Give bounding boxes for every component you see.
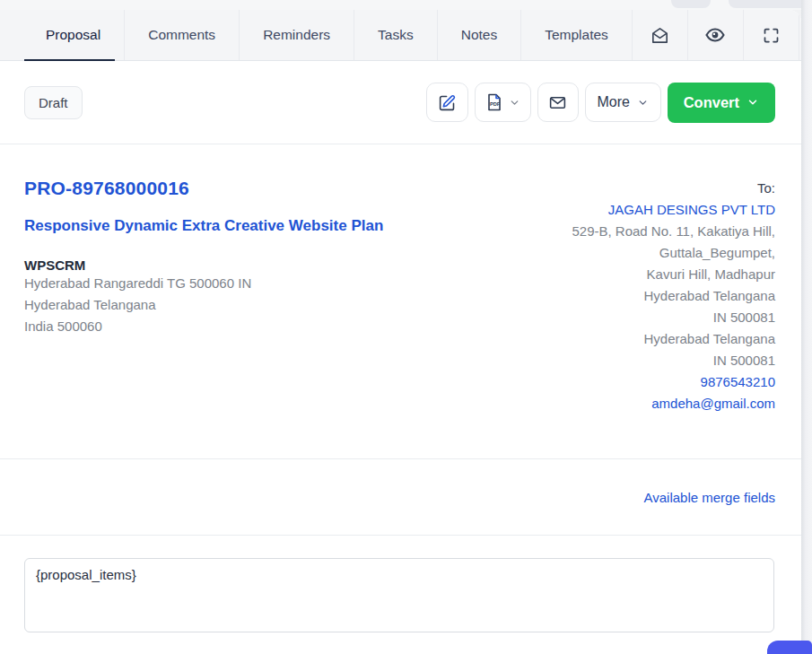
proposal-card: Proposal Comments Reminders Tasks Notes … [0, 10, 801, 654]
cutoff-element [729, 0, 808, 8]
tab-notes[interactable]: Notes [438, 10, 522, 60]
from-block: PRO-89768000016 Responsive Dynamic Extra… [24, 178, 419, 458]
editor-row: {proposal_items} [0, 536, 801, 636]
company-address-line: Hyderabad Rangareddi TG 500060 IN [24, 273, 419, 294]
preview-tab[interactable] [688, 10, 744, 60]
send-email-tab[interactable] [633, 10, 688, 60]
proposal-items-textarea[interactable]: {proposal_items} [24, 558, 774, 632]
status-actions-row: Draft PDF [0, 61, 801, 144]
recipient-address-line: IN 500081 [572, 307, 775, 328]
recipient-name[interactable]: JAGAH DESINGS PVT LTD [572, 199, 775, 221]
convert-button[interactable]: Convert [668, 83, 775, 123]
recipient-address-line: Hyderabad Telangana [572, 328, 775, 350]
edit-button[interactable] [426, 83, 468, 122]
to-block: To: JAGAH DESINGS PVT LTD 529-B, Road No… [572, 178, 775, 458]
fullscreen-tab[interactable] [744, 10, 799, 60]
chevron-down-icon [509, 97, 520, 109]
floating-action-cutoff[interactable] [767, 641, 812, 654]
pdf-button[interactable]: PDF [475, 83, 531, 122]
tab-reminders[interactable]: Reminders [240, 10, 354, 60]
company-address-line: Hyderabad Telangana [24, 294, 419, 316]
convert-button-label: Convert [684, 94, 739, 111]
envelope-open-icon [650, 25, 670, 46]
proposal-title: Responsive Dynamic Extra Creative Websit… [24, 216, 401, 235]
tab-proposal[interactable]: Proposal [22, 10, 125, 60]
recipient-address-line: Hyderabad Telangana [572, 285, 775, 307]
scrollbar-gutter[interactable] [801, 0, 812, 654]
company-address-line: India 500060 [24, 316, 419, 337]
tab-comments[interactable]: Comments [125, 10, 240, 60]
proposal-number: PRO-89768000016 [24, 178, 419, 199]
chevron-down-icon [747, 96, 759, 109]
top-cutoff-strip [0, 0, 812, 10]
more-button-label: More [597, 94, 629, 110]
pdf-file-icon: PDF [485, 92, 503, 112]
recipient-email[interactable]: amdeha@gmail.com [572, 393, 775, 414]
action-buttons: PDF [426, 83, 775, 123]
fullscreen-icon [762, 26, 781, 45]
status-badge: Draft [24, 86, 83, 119]
proposal-header-section: PRO-89768000016 Responsive Dynamic Extra… [0, 144, 801, 459]
proposal-page: Proposal Comments Reminders Tasks Notes … [0, 0, 812, 654]
email-button[interactable] [537, 83, 579, 122]
recipient-address-line: IN 500081 [572, 350, 775, 371]
edit-icon [438, 93, 457, 112]
tab-bar: Proposal Comments Reminders Tasks Notes … [0, 10, 801, 61]
tab-tasks[interactable]: Tasks [354, 10, 438, 60]
merge-fields-row: Available merge fields [0, 459, 801, 536]
more-button[interactable]: More [585, 83, 661, 122]
available-merge-fields-link[interactable]: Available merge fields [644, 490, 775, 505]
recipient-phone[interactable]: 9876543210 [572, 371, 775, 393]
tab-templates[interactable]: Templates [521, 10, 633, 60]
cutoff-element [671, 0, 711, 8]
eye-icon [704, 24, 726, 46]
to-label: To: [572, 178, 775, 199]
svg-text:PDF: PDF [490, 101, 501, 107]
recipient-address-line: 529-B, Road No. 11, Kakatiya Hill, [572, 221, 775, 242]
recipient-address-line: Kavuri Hill, Madhapur [572, 264, 775, 285]
chevron-down-icon [637, 97, 649, 109]
company-name: WPSCRM [24, 257, 419, 273]
envelope-icon [548, 93, 567, 112]
recipient-address-line: Guttala_Begumpet, [572, 242, 775, 264]
